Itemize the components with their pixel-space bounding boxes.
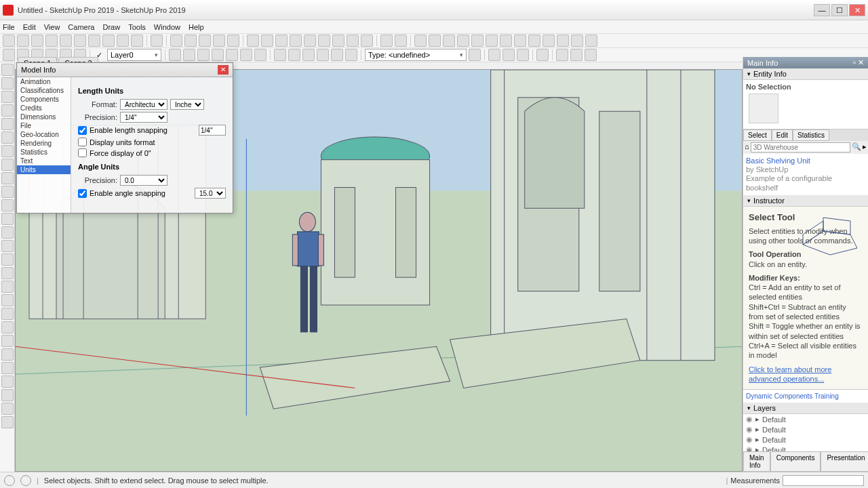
polygon-icon[interactable] (1, 145, 14, 157)
rotate-icon[interactable] (1, 186, 14, 198)
tool-icon[interactable] (131, 35, 143, 47)
pushpull-icon[interactable] (1, 159, 14, 171)
tool-icon[interactable] (556, 49, 568, 61)
tool-icon[interactable] (74, 35, 86, 47)
menu-window[interactable]: Window (154, 23, 180, 31)
format-select[interactable]: Architectural (120, 99, 167, 110)
arc-icon[interactable] (1, 104, 14, 117)
tool-icon[interactable] (60, 35, 72, 47)
tool-icon[interactable] (429, 35, 441, 47)
tool-icon[interactable] (528, 35, 540, 47)
tool-icon[interactable] (275, 35, 288, 47)
tool-icon[interactable] (304, 35, 316, 47)
dialog-close-button[interactable]: ✕ (218, 65, 229, 75)
position-icon[interactable] (1, 403, 14, 415)
tool-icon[interactable] (585, 49, 597, 61)
tab-components[interactable]: Components (770, 451, 821, 472)
tool-icon[interactable] (227, 35, 239, 47)
display-units-format-checkbox[interactable] (78, 138, 87, 146)
tool-icon[interactable] (361, 35, 373, 47)
measurements-input[interactable] (783, 475, 864, 486)
tool-icon[interactable] (488, 49, 500, 61)
rectangle-icon[interactable] (1, 118, 14, 130)
look-icon[interactable] (1, 389, 14, 401)
tool-icon[interactable] (302, 49, 315, 61)
tool-icon[interactable] (226, 49, 238, 61)
layer-row[interactable]: ◉▸Default (743, 424, 868, 434)
tool-icon[interactable] (3, 49, 15, 61)
tool-icon[interactable] (345, 49, 357, 61)
tool-icon[interactable] (469, 49, 481, 61)
select-icon[interactable] (1, 64, 14, 76)
length-snap-value[interactable] (199, 125, 226, 136)
section-icon[interactable] (1, 362, 14, 374)
tool-icon[interactable] (486, 35, 498, 47)
tool-icon[interactable] (585, 35, 597, 47)
cat-geo-location[interactable]: Geo-location (17, 130, 71, 139)
next-icon[interactable]: ▸ (863, 142, 867, 152)
tool-icon[interactable] (331, 49, 343, 61)
menu-view[interactable]: View (44, 23, 60, 31)
tool-icon[interactable] (3, 35, 15, 47)
zoom-icon[interactable] (1, 335, 14, 347)
layer-combo[interactable]: Layer0 (107, 49, 161, 61)
tool-icon[interactable] (318, 35, 330, 47)
angle-precision-select[interactable]: 0.0 (120, 175, 167, 186)
offset-icon[interactable] (1, 213, 14, 225)
layer-row[interactable]: ◉▸Default (743, 414, 868, 424)
menu-draw[interactable]: Draw (102, 23, 120, 31)
pan-icon[interactable] (1, 321, 14, 333)
tool-icon[interactable] (288, 49, 300, 61)
tool-icon[interactable] (240, 49, 252, 61)
tool-icon[interactable] (31, 35, 43, 47)
line-icon[interactable] (1, 91, 14, 103)
tool-icon[interactable] (414, 35, 427, 47)
search-icon[interactable]: 🔍 (852, 142, 861, 152)
axes-icon[interactable] (1, 267, 14, 279)
tool-icon[interactable] (254, 49, 267, 61)
tool-icon[interactable] (471, 35, 484, 47)
maximize-button[interactable]: ☐ (831, 4, 848, 16)
paint-icon[interactable] (1, 294, 14, 306)
tool-icon[interactable] (213, 35, 225, 47)
tool-icon[interactable] (500, 35, 512, 47)
entity-info-header[interactable]: ▾Entity Info (743, 68, 868, 80)
status-icon[interactable] (4, 475, 15, 486)
dc-training-link[interactable]: Dynamic Components Training (743, 389, 868, 403)
tool-icon[interactable] (502, 49, 515, 61)
close-button[interactable]: ✕ (849, 4, 865, 16)
tool-icon[interactable] (542, 35, 555, 47)
cat-classifications[interactable]: Classifications (17, 86, 71, 95)
tool-icon[interactable] (247, 35, 259, 47)
zoomext-icon[interactable] (1, 348, 14, 361)
text-icon[interactable] (1, 253, 14, 266)
tool-icon[interactable] (317, 49, 329, 61)
tool-icon[interactable] (443, 35, 455, 47)
tool-icon[interactable] (536, 49, 549, 61)
tool-icon[interactable] (199, 35, 211, 47)
scale-icon[interactable] (1, 199, 14, 211)
cat-units[interactable]: Units (17, 165, 71, 174)
cat-credits[interactable]: Credits (17, 104, 71, 113)
tool-icon[interactable] (457, 35, 469, 47)
move-icon[interactable] (1, 172, 14, 184)
layer-row[interactable]: ◉▸Default (743, 445, 868, 451)
precision-select[interactable]: 1/4" (120, 112, 167, 123)
home-icon[interactable]: ⌂ (745, 142, 749, 152)
menu-file[interactable]: File (3, 23, 15, 31)
tool-icon[interactable] (17, 35, 29, 47)
menu-camera[interactable]: Camera (68, 23, 94, 31)
tool-icon[interactable] (261, 35, 273, 47)
tool-icon[interactable] (184, 35, 197, 47)
dimension-icon[interactable] (1, 281, 14, 293)
select-tool-icon[interactable] (170, 35, 182, 47)
enable-length-snapping-checkbox[interactable] (78, 126, 87, 135)
cat-components[interactable]: Components (17, 95, 71, 104)
tool-icon[interactable] (169, 49, 181, 61)
tab-main-info[interactable]: Main Info (743, 451, 770, 472)
tool-icon[interactable] (212, 49, 224, 61)
eraser-icon[interactable] (1, 77, 14, 89)
menu-tools[interactable]: Tools (128, 23, 146, 31)
enable-angle-snapping-checkbox[interactable] (78, 189, 87, 198)
minimize-button[interactable]: — (814, 4, 830, 16)
